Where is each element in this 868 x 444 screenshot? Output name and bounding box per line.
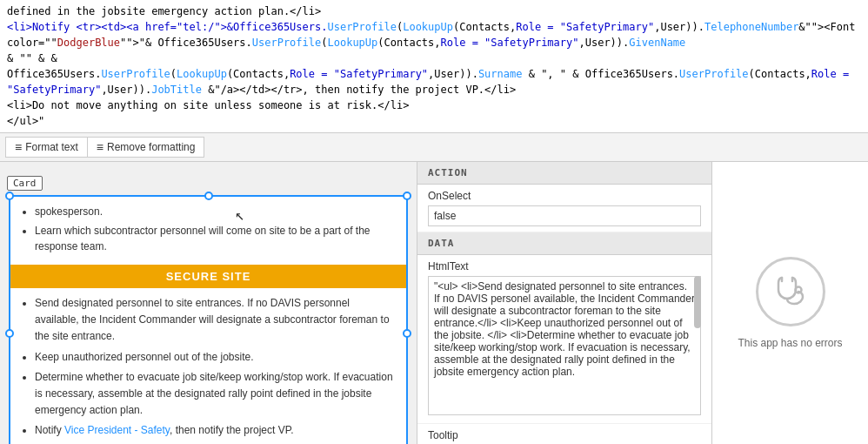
htmltext-row: HtmlText "<ul> <li>Send designated perso… bbox=[417, 255, 711, 424]
code-fn2: UserProfile bbox=[252, 37, 321, 49]
card-body-item-4: Notify Vice President - Safety, then not… bbox=[35, 422, 396, 439]
code-keyword: <li>Notify <tr><td><a href="tel:/">&Offi… bbox=[7, 21, 327, 33]
code-tel: TelephoneNumber bbox=[704, 21, 798, 33]
code-line-7: <li>Do not move anything on site unless … bbox=[7, 98, 861, 113]
code-line-2: <li>Notify <tr><td><a href="tel:/">&Offi… bbox=[7, 19, 861, 35]
code-lu2-fn: LookupUp bbox=[327, 37, 377, 49]
onselect-label: OnSelect bbox=[428, 190, 701, 202]
stethoscope-svg bbox=[770, 271, 811, 313]
card-intro-item-2: Learn which subcontractor personnel will… bbox=[35, 223, 396, 254]
card-wrapper[interactable]: spokesperson. Learn which subcontractor … bbox=[9, 195, 408, 444]
card-intro: spokesperson. Learn which subcontractor … bbox=[10, 197, 406, 265]
code-lu2-role: Role = "SafetyPrimary" bbox=[441, 37, 579, 49]
card-label: Card bbox=[7, 176, 43, 191]
code-line-5: Office365Users.UserProfile(LookupUp(Cont… bbox=[7, 66, 861, 82]
no-errors-panel: This app has no errors bbox=[711, 162, 868, 444]
left-panel: Card spokesperson. Learn which subcontra… bbox=[0, 162, 417, 444]
code-fn3: UserProfile bbox=[101, 68, 170, 80]
code-amp: &""><Font bbox=[798, 21, 855, 33]
remove-format-icon: ≡ bbox=[97, 140, 103, 154]
code-lu2-end: ,User)). bbox=[578, 37, 629, 49]
handle-tm[interactable] bbox=[204, 192, 213, 200]
handle-tr[interactable] bbox=[403, 192, 411, 200]
code-surname: Surname bbox=[478, 68, 523, 80]
right-panel: ACTION OnSelect DATA HtmlText "<ul> <li>… bbox=[417, 162, 711, 444]
format-text-button[interactable]: ≡ Format text bbox=[5, 137, 87, 158]
format-text-label: Format text bbox=[25, 141, 78, 153]
card-body: Send designated personnel to site entran… bbox=[10, 288, 406, 444]
onselect-row: OnSelect bbox=[417, 185, 711, 232]
code-line-4: & "" & & bbox=[7, 50, 861, 66]
code-lu3: LookupUp bbox=[177, 68, 227, 80]
handle-tl[interactable] bbox=[5, 192, 14, 200]
code-lookup: LookupUp bbox=[403, 21, 453, 33]
svg-point-2 bbox=[795, 287, 801, 293]
handle-mr[interactable] bbox=[403, 329, 411, 338]
card-intro-item-1: spokesperson. bbox=[35, 204, 396, 219]
code-givenname: GivenName bbox=[629, 37, 685, 49]
code-line-8: </ul>" bbox=[7, 113, 861, 129]
remove-formatting-button[interactable]: ≡ Remove formatting bbox=[87, 137, 205, 158]
data-section-header: DATA bbox=[417, 232, 711, 255]
remove-formatting-label: Remove formatting bbox=[107, 141, 195, 153]
stethoscope-icon bbox=[756, 257, 825, 326]
code-color-end: "">"& Office365Users. bbox=[120, 37, 252, 49]
code-color-val: DodgerBlue bbox=[57, 37, 120, 49]
code-role: Role = "SafetyPrimary" bbox=[516, 21, 654, 33]
tooltip-row: Tooltip bbox=[417, 424, 711, 444]
code-fn4: UserProfile bbox=[679, 68, 748, 80]
code-lu2-args: (Contacts, bbox=[377, 37, 440, 49]
format-lines-icon: ≡ bbox=[15, 140, 22, 154]
htmltext-label: HtmlText bbox=[428, 260, 701, 272]
code-role3: Role = "SafetyPrimary" bbox=[290, 68, 428, 80]
code-line-1: defined in the jobsite emergency action … bbox=[7, 3, 861, 19]
main-content: Card spokesperson. Learn which subcontra… bbox=[0, 162, 868, 444]
htmltext-textarea[interactable]: "<ul> <li>Send designated personnel to s… bbox=[428, 276, 701, 415]
code-primary2: "SafetyPrimary" bbox=[7, 84, 101, 96]
no-errors-text: This app has no errors bbox=[738, 337, 842, 349]
action-section-header: ACTION bbox=[417, 162, 711, 185]
code-color-attr: color="" bbox=[7, 37, 57, 49]
code-function: UserProfile bbox=[327, 21, 396, 33]
card-body-item-3: Determine whether to evacuate job site/k… bbox=[35, 369, 396, 420]
code-area: defined in the jobsite emergency action … bbox=[0, 0, 868, 133]
code-line-6: "SafetyPrimary",User)).JobTitle &"/a></t… bbox=[7, 82, 861, 98]
onselect-input[interactable] bbox=[428, 205, 701, 226]
tooltip-label: Tooltip bbox=[428, 429, 701, 441]
format-toolbar: ≡ Format text ≡ Remove formatting bbox=[0, 133, 868, 162]
code-role4: Role = bbox=[811, 68, 849, 80]
code-jobtitle: JobTitle bbox=[151, 84, 202, 96]
card-body-item-2: Keep unauthorized personnel out of the j… bbox=[35, 349, 396, 366]
card-header: SECURE SITE bbox=[10, 265, 406, 288]
htmltext-scrollbar-area: "<ul> <li>Send designated personnel to s… bbox=[428, 276, 701, 418]
code-args: (Contacts, bbox=[453, 21, 516, 33]
card-body-item-1: Send designated personnel to site entran… bbox=[35, 295, 396, 346]
code-comma: ,User)). bbox=[654, 21, 704, 33]
htmltext-scrollbar[interactable] bbox=[694, 276, 701, 328]
handle-ml[interactable] bbox=[5, 329, 14, 338]
code-line-3: color=""DodgerBlue"">"& Office365Users.U… bbox=[7, 35, 861, 50]
vp-safety-link[interactable]: Vice President - Safety bbox=[64, 424, 170, 436]
